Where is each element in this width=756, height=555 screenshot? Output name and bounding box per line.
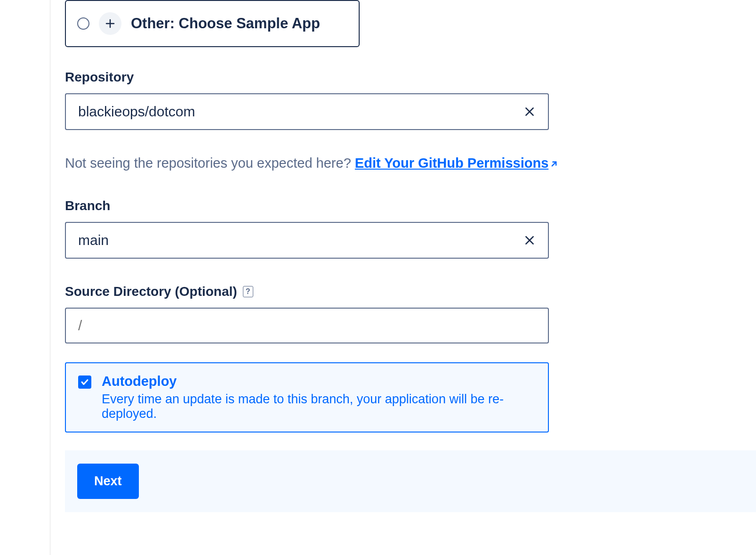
footer-bar: Next	[65, 450, 756, 512]
option-label: Other: Choose Sample App	[131, 15, 320, 32]
permissions-help-text: Not seeing the repositories you expected…	[65, 155, 756, 171]
permissions-link-text: Edit Your GitHub Permissions	[355, 155, 548, 171]
option-other-sample-app[interactable]: Other: Choose Sample App	[65, 0, 360, 47]
source-directory-input[interactable]	[65, 308, 549, 343]
radio-icon[interactable]	[77, 17, 89, 30]
autodeploy-checkbox[interactable]	[78, 375, 91, 389]
repository-value: blackieops/dotcom	[78, 104, 195, 120]
plus-icon	[99, 12, 121, 35]
repository-label: Repository	[65, 70, 756, 85]
help-icon[interactable]: ?	[243, 286, 253, 297]
sidebar-divider	[50, 0, 50, 555]
clear-branch-icon[interactable]	[523, 234, 536, 246]
clear-repository-icon[interactable]	[523, 106, 536, 118]
autodeploy-option[interactable]: Autodeploy Every time an update is made …	[65, 362, 549, 433]
external-link-icon	[549, 159, 559, 169]
next-button[interactable]: Next	[77, 464, 139, 499]
branch-select[interactable]: main	[65, 222, 549, 259]
branch-label: Branch	[65, 198, 756, 213]
autodeploy-description: Every time an update is made to this bra…	[102, 392, 536, 421]
source-directory-label: Source Directory (Optional)	[65, 284, 237, 299]
svg-line-4	[552, 162, 556, 166]
edit-github-permissions-link[interactable]: Edit Your GitHub Permissions	[355, 155, 559, 171]
branch-value: main	[78, 232, 109, 248]
permissions-help-prefix: Not seeing the repositories you expected…	[65, 155, 355, 171]
autodeploy-title: Autodeploy	[102, 374, 536, 389]
repository-select[interactable]: blackieops/dotcom	[65, 93, 549, 130]
